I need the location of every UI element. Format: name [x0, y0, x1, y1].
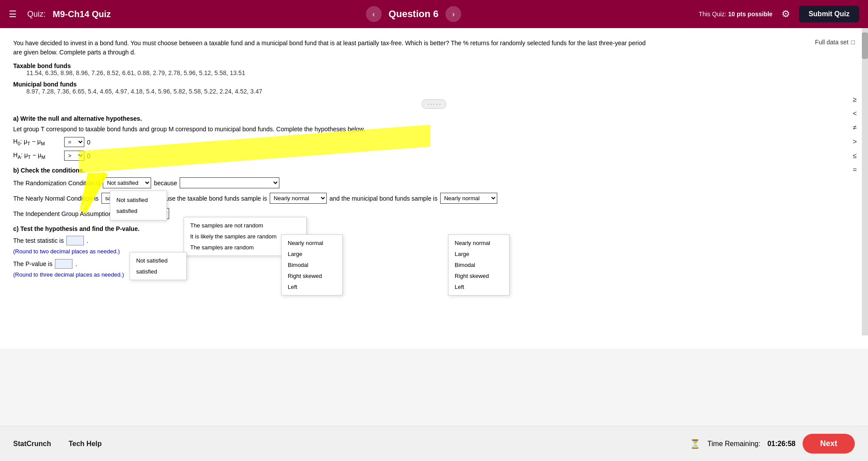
- taxable-sample-label: because the taxable bond funds sample is: [152, 195, 268, 202]
- footer-left: StatCrunch Tech Help: [13, 440, 102, 448]
- taxable-values: 11.54, 6.35, 8.98, 8.96, 7.26, 8.52, 6.6…: [13, 69, 855, 76]
- pvalue-period: .: [75, 260, 77, 267]
- pvalue-label: The P-value is: [13, 260, 52, 267]
- h0-line: H0: μT − μM = ≠ > < ≥ ≤ 0: [13, 137, 855, 147]
- municipal-data: Municipal bond funds 8.97, 7.28, 7.36, 6…: [13, 81, 855, 95]
- because-label: because: [154, 180, 177, 187]
- main-content: Full data set □ You have decided to inve…: [0, 28, 868, 349]
- symbol-gte[interactable]: ≥: [850, 94, 861, 105]
- indep-group-label: The Independent Group Assumption is: [13, 210, 118, 217]
- scrollbar-thumb[interactable]: [862, 32, 868, 59]
- time-remaining-label: Time Remaining:: [708, 440, 760, 448]
- part-a-label: a) Write the null and alternative hypoth…: [13, 115, 855, 122]
- h0-value: 0: [87, 139, 90, 146]
- nearly-normal-left-popup: Nearly normal Large Bimodal Right skewed…: [281, 234, 343, 295]
- part-b-label: b) Check the conditions.: [13, 167, 855, 174]
- h0-text: H0: μT − μM: [13, 138, 61, 146]
- tech-help-link[interactable]: Tech Help: [69, 440, 101, 448]
- part-c-label: c) Test the hypothesis and find the P-va…: [13, 225, 855, 232]
- drag-handle[interactable]: · · · · ·: [422, 99, 446, 109]
- satisfied-option[interactable]: satisfied: [110, 205, 166, 216]
- pvalue-input[interactable]: [55, 259, 72, 269]
- next-question-button[interactable]: ›: [445, 6, 461, 22]
- quiz-label: Quiz:: [27, 10, 46, 19]
- randomization-select[interactable]: Not satisfied satisfied: [103, 177, 151, 188]
- ha-text: HA: μT − μM: [13, 151, 61, 160]
- symbol-lt[interactable]: <: [849, 108, 860, 119]
- prev-question-button[interactable]: ‹: [366, 6, 382, 22]
- settings-icon[interactable]: ⚙: [781, 8, 790, 20]
- not-satisfied-indep-option[interactable]: Not satisfied: [130, 255, 186, 266]
- because-select[interactable]: The samples are not random It is likely …: [180, 177, 279, 188]
- condition-dropdown-popup: Not satisfied satisfied: [110, 191, 167, 220]
- test-stat-period: .: [87, 237, 88, 244]
- timer-icon: ⏳: [690, 439, 701, 449]
- ha-operator-select[interactable]: > = ≠ < ≥ ≤: [64, 151, 84, 161]
- municipal-values: 8.97, 7.28, 7.36, 6.65, 5.4, 4.65, 4.97,…: [13, 88, 855, 95]
- symbol-neq[interactable]: ≠: [850, 122, 861, 133]
- left-option-right[interactable]: Left: [448, 281, 509, 292]
- divider-area: · · · · ·: [13, 99, 855, 109]
- test-stat-line: The test statistic is .: [13, 236, 855, 245]
- municipal-sample-label: and the municipal bond funds sample is: [329, 195, 438, 202]
- statcrunch-link[interactable]: StatCrunch: [13, 440, 51, 448]
- not-satisfied-option[interactable]: Not satisfied: [110, 194, 166, 205]
- menu-icon[interactable]: ☰: [9, 9, 17, 19]
- taxable-label: Taxable bond funds: [13, 62, 855, 69]
- symbol-eq[interactable]: =: [849, 164, 860, 176]
- footer: StatCrunch Tech Help ⏳ Time Remaining: 0…: [0, 426, 868, 461]
- submit-quiz-button[interactable]: Submit Quiz: [799, 6, 859, 22]
- ha-value: 0: [87, 152, 90, 159]
- header: ☰ Quiz: M9-Ch14 Quiz ‹ Question 6 › This…: [0, 0, 868, 28]
- footer-right: ⏳ Time Remaining: 01:26:58 Next: [690, 434, 855, 454]
- question-text: You have decided to invest in a bond fun…: [13, 39, 655, 57]
- bimodal-option-right[interactable]: Bimodal: [448, 259, 509, 270]
- question-label: Question 6: [389, 8, 439, 20]
- ha-line: HA: μT − μM > = ≠ < ≥ ≤ 0: [13, 151, 855, 161]
- full-dataset-link[interactable]: Full data set □: [815, 39, 855, 46]
- part-a-desc: Let group T correspond to taxable bond f…: [13, 126, 855, 133]
- quiz-name: M9-Ch14 Quiz: [53, 9, 111, 19]
- h0-operator-select[interactable]: = ≠ > < ≥ ≤: [64, 137, 84, 147]
- symbol-lte[interactable]: ≤: [850, 150, 861, 162]
- next-button[interactable]: Next: [803, 434, 855, 454]
- header-center: ‹ Question 6 ›: [135, 6, 691, 22]
- header-right: This Quiz: 10 pts possible ⚙ Submit Quiz: [699, 6, 859, 22]
- not-random-option[interactable]: The samples are not random: [184, 220, 306, 231]
- test-stat-input[interactable]: [66, 236, 84, 245]
- municipal-sample-select[interactable]: Nearly normal Large Bimodal Right skewed…: [440, 193, 497, 204]
- large-option-left[interactable]: Large: [282, 249, 342, 259]
- dataset-icon: □: [851, 39, 855, 46]
- right-skewed-option-left[interactable]: Right skewed: [282, 270, 342, 281]
- large-option-right[interactable]: Large: [448, 249, 509, 259]
- indep-group-popup: Not satisfied satisfied: [130, 252, 187, 280]
- scrollbar[interactable]: [862, 28, 868, 335]
- nearly-normal-option-right[interactable]: Nearly normal: [448, 238, 509, 249]
- time-value: 01:26:58: [767, 440, 796, 448]
- taxable-sample-select[interactable]: Nearly normal Large Bimodal Right skewed…: [270, 193, 327, 204]
- satisfied-indep-option[interactable]: satisfied: [130, 266, 186, 277]
- nearly-normal-label: The Nearly Normal Condition is: [13, 195, 99, 202]
- test-stat-label: The test statistic is: [13, 237, 64, 244]
- municipal-label: Municipal bond funds: [13, 81, 855, 88]
- left-option-left[interactable]: Left: [282, 281, 342, 292]
- symbol-gt[interactable]: >: [849, 136, 860, 148]
- right-skewed-option-right[interactable]: Right skewed: [448, 270, 509, 281]
- randomization-line: The Randomization Condition is Not satis…: [13, 177, 855, 188]
- nearly-normal-right-popup: Nearly normal Large Bimodal Right skewed…: [448, 234, 510, 295]
- quiz-pts-label: This Quiz: 10 pts possible: [699, 11, 773, 18]
- nearly-normal-option-left[interactable]: Nearly normal: [282, 238, 342, 249]
- taxable-data: Taxable bond funds 11.54, 6.35, 8.98, 8.…: [13, 62, 855, 76]
- bimodal-option-left[interactable]: Bimodal: [282, 259, 342, 270]
- randomization-label: The Randomization Condition is: [13, 180, 100, 187]
